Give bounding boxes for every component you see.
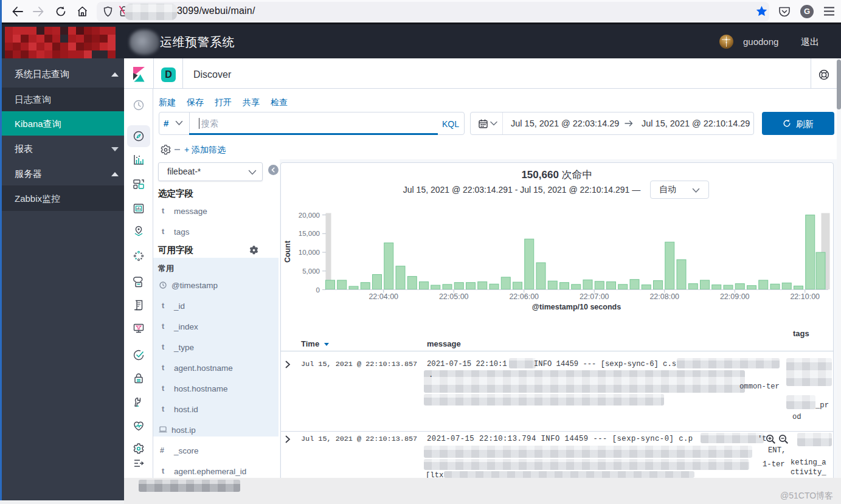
svg-text:15,000: 15,000: [299, 230, 320, 237]
svg-text:22:08:00: 22:08:00: [649, 292, 679, 301]
svg-text:22:05:00: 22:05:00: [439, 292, 469, 301]
svg-text:Count: Count: [283, 240, 292, 263]
svg-text:22:06:00: 22:06:00: [509, 292, 539, 301]
svg-text:22:07:00: 22:07:00: [580, 292, 609, 301]
svg-text:0: 0: [316, 286, 320, 294]
svg-text:22:04:00: 22:04:00: [369, 292, 398, 301]
svg-text:22:10:00: 22:10:00: [790, 292, 820, 301]
svg-text:20,000: 20,000: [299, 212, 320, 219]
svg-text:5,000: 5,000: [302, 268, 320, 275]
svg-text:22:09:00: 22:09:00: [720, 292, 750, 301]
svg-text:@timestamp/10 seconds: @timestamp/10 seconds: [532, 303, 621, 311]
svg-text:10,000: 10,000: [299, 249, 320, 256]
